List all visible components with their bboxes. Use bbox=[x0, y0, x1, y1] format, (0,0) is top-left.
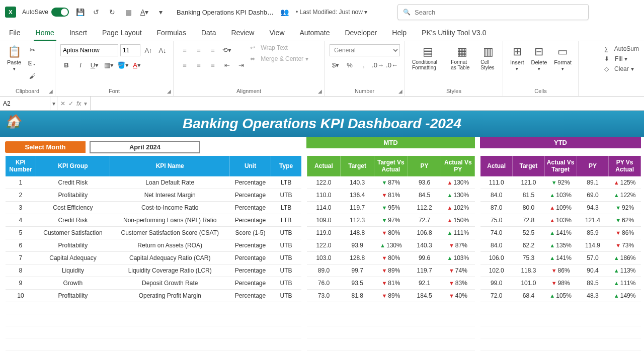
table-row[interactable] bbox=[6, 302, 302, 314]
month-selector[interactable]: April 2024 bbox=[90, 141, 200, 153]
decrease-indent-icon[interactable]: ⇤ bbox=[221, 59, 233, 70]
format-as-table-button[interactable]: ▦Format as Table bbox=[449, 44, 475, 71]
table-row[interactable]: 72.068.4 ▲105% 48.3 ▲149% bbox=[480, 290, 641, 302]
table-row[interactable]: 122.093.9 ▲130% 140.3 ▼87% bbox=[307, 239, 475, 252]
formula-dropdown-icon[interactable]: ▾ bbox=[84, 100, 87, 107]
table-row[interactable]: 9Growth Deposit Growth RatePercentage UT… bbox=[6, 277, 302, 290]
table-row[interactable]: 10Profitability Operating Profit MarginP… bbox=[6, 290, 302, 302]
font-launcher-icon[interactable]: ◢ bbox=[167, 88, 171, 94]
tab-view[interactable]: View bbox=[267, 26, 286, 41]
align-bottom-icon[interactable]: ≡ bbox=[207, 44, 219, 55]
alignment-launcher-icon[interactable]: ◢ bbox=[318, 88, 322, 94]
font-name-input[interactable] bbox=[60, 44, 118, 56]
align-middle-icon[interactable]: ≡ bbox=[193, 44, 205, 55]
table-row[interactable]: 74.052.5 ▲141% 85.9 ▼86% bbox=[480, 227, 641, 239]
number-launcher-icon[interactable]: ◢ bbox=[398, 88, 403, 94]
align-center-icon[interactable]: ≡ bbox=[193, 59, 205, 70]
table-row[interactable]: 122.0140.3 ▼87% 93.6 ▲130% bbox=[307, 176, 475, 189]
comma-icon[interactable]: , bbox=[358, 59, 370, 70]
increase-decimal-icon[interactable]: .0→ bbox=[372, 59, 384, 70]
bold-button[interactable]: B bbox=[60, 59, 72, 70]
table-row[interactable] bbox=[480, 338, 641, 350]
tab-pk-utility[interactable]: PK's Utility Tool V3.0 bbox=[420, 26, 488, 41]
tab-automate[interactable]: Automate bbox=[298, 26, 332, 41]
tab-data[interactable]: Data bbox=[199, 26, 218, 41]
cancel-formula-icon[interactable]: ✕ bbox=[60, 100, 65, 107]
border-button[interactable]: ▦▾ bbox=[103, 59, 115, 70]
table-row[interactable]: 2Profitability Net Interest MarginPercen… bbox=[6, 189, 302, 202]
paste-button[interactable]: 📋 Paste ▾ bbox=[5, 44, 23, 72]
table-row[interactable] bbox=[307, 338, 475, 350]
table-row[interactable] bbox=[307, 314, 475, 326]
insert-cells-button[interactable]: ⊞Insert▾ bbox=[508, 44, 526, 72]
table-row[interactable] bbox=[6, 338, 302, 350]
table-row[interactable]: 119.0148.8 ▼80% 106.8 ▲111% bbox=[307, 227, 475, 239]
table-row[interactable]: 6Profitability Return on Assets (ROA)Per… bbox=[6, 239, 302, 252]
underline-button[interactable]: U▾ bbox=[89, 59, 101, 70]
table-row[interactable]: 84.081.5 ▲103% 69.0 ▲122% bbox=[480, 189, 641, 202]
italic-button[interactable]: I bbox=[74, 59, 87, 70]
clipboard-launcher-icon[interactable]: ◢ bbox=[49, 88, 53, 94]
table-row[interactable]: 102.0118.3 ▼86% 90.4 ▲113% bbox=[480, 264, 641, 277]
table-row[interactable]: 87.080.0 ▲109% 94.3 ▼92% bbox=[480, 202, 641, 214]
fill-color-button[interactable]: 🪣▾ bbox=[117, 59, 129, 70]
font-size-input[interactable] bbox=[120, 44, 140, 56]
name-box-dropdown-icon[interactable]: ▾ bbox=[50, 97, 57, 110]
wrap-text-button[interactable]: ↩ Wrap Text bbox=[250, 44, 308, 51]
table-row[interactable]: 73.081.8 ▼89% 184.5 ▼40% bbox=[307, 290, 475, 302]
conditional-formatting-button[interactable]: ▤Conditional Formatting bbox=[410, 44, 446, 71]
merge-center-button[interactable]: ⬌ Merge & Center▾ bbox=[250, 55, 308, 62]
toggle-on-icon[interactable] bbox=[51, 8, 69, 17]
table-row[interactable]: 1Credit Risk Loan Default RatePercentage… bbox=[6, 176, 302, 189]
table-row[interactable]: 75.072.8 ▲103% 121.4 ▼62% bbox=[480, 214, 641, 227]
align-left-icon[interactable]: ≡ bbox=[179, 59, 191, 70]
tab-page-layout[interactable]: Page Layout bbox=[100, 26, 144, 41]
table-row[interactable]: 99.0101.0 ▼98% 89.5 ▲111% bbox=[480, 277, 641, 290]
tab-file[interactable]: File bbox=[7, 26, 23, 41]
font-color-icon[interactable]: A▾ bbox=[139, 7, 149, 17]
undo-icon[interactable]: ↺ bbox=[91, 7, 101, 17]
increase-indent-icon[interactable]: ⇥ bbox=[235, 59, 247, 70]
clear-button[interactable]: ◇ Clear▾ bbox=[604, 65, 639, 72]
fill-button[interactable]: ⬇ Fill▾ bbox=[604, 55, 639, 62]
percent-icon[interactable]: % bbox=[344, 59, 356, 70]
redo-icon[interactable]: ↻ bbox=[107, 7, 117, 17]
cell-styles-button[interactable]: ▥Cell Styles bbox=[478, 44, 498, 71]
format-cells-button[interactable]: ▭Format▾ bbox=[552, 44, 574, 72]
table-row[interactable]: 110.0136.4 ▼81% 84.5 ▲130% bbox=[307, 189, 475, 202]
number-format-select[interactable]: General bbox=[330, 44, 400, 56]
increase-font-icon[interactable]: A↑ bbox=[142, 45, 154, 56]
delete-cells-button[interactable]: ⊟Delete▾ bbox=[529, 44, 549, 72]
table-row[interactable] bbox=[480, 302, 641, 314]
tab-developer[interactable]: Developer bbox=[343, 26, 379, 41]
table-row[interactable] bbox=[307, 302, 475, 314]
tab-help[interactable]: Help bbox=[390, 26, 409, 41]
last-modified[interactable]: • Last Modified: Just now ▾ bbox=[296, 9, 367, 16]
table-row[interactable]: 3Cost Efficiency Cost-to-Income RatioPer… bbox=[6, 202, 302, 214]
table-row[interactable]: 76.093.5 ▼81% 92.1 ▼83% bbox=[307, 277, 475, 290]
qat-overflow-icon[interactable]: ▾ bbox=[155, 7, 166, 17]
table-row[interactable]: 114.0119.7 ▼95% 112.2 ▲102% bbox=[307, 202, 475, 214]
share-users-icon[interactable]: 👥 bbox=[280, 7, 290, 17]
formula-input[interactable] bbox=[91, 100, 644, 107]
table-row[interactable]: 8Liquidity Liquidity Coverage Ratio (LCR… bbox=[6, 264, 302, 277]
enter-formula-icon[interactable]: ✓ bbox=[68, 100, 73, 107]
table-row[interactable]: 89.099.7 ▼89% 119.7 ▼74% bbox=[307, 264, 475, 277]
table-row[interactable]: 109.0112.3 ▼97% 72.7 ▲150% bbox=[307, 214, 475, 227]
table-row[interactable]: 7Capital Adequacy Capital Adequacy Ratio… bbox=[6, 252, 302, 264]
tab-formulas[interactable]: Formulas bbox=[155, 26, 188, 41]
decrease-font-icon[interactable]: A↓ bbox=[156, 45, 169, 56]
align-right-icon[interactable]: ≡ bbox=[207, 59, 219, 70]
orientation-icon[interactable]: ⟲▾ bbox=[221, 44, 233, 55]
table-row[interactable]: 111.0121.0 ▼92% 89.1 ▲125% bbox=[480, 176, 641, 189]
table-row[interactable] bbox=[6, 326, 302, 338]
copy-icon[interactable]: ⎘▾ bbox=[26, 57, 38, 68]
table-row[interactable] bbox=[480, 314, 641, 326]
table-row[interactable] bbox=[6, 314, 302, 326]
autosum-button[interactable]: ∑ AutoSum bbox=[604, 45, 639, 52]
table-row[interactable]: 4Credit Risk Non-performing Loans (NPL) … bbox=[6, 214, 302, 227]
fx-icon[interactable]: fx bbox=[76, 100, 81, 107]
search-box[interactable]: 🔍 bbox=[397, 4, 589, 20]
font-color-button[interactable]: A▾ bbox=[131, 59, 143, 70]
tab-insert[interactable]: Insert bbox=[67, 26, 89, 41]
